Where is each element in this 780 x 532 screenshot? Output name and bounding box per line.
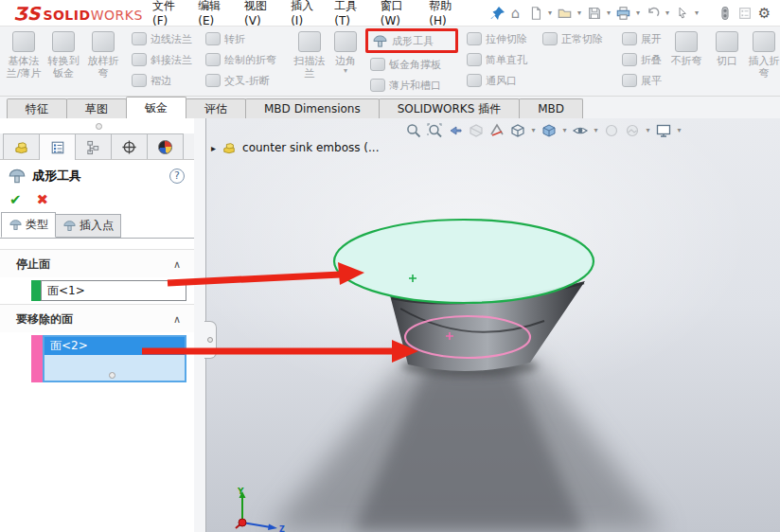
view-settings-dropdown[interactable]: ▾ (674, 126, 684, 134)
ribbon-button-jog[interactable]: 转折 (203, 28, 290, 49)
view-orientation-button[interactable] (507, 120, 528, 140)
ribbon-button-forming-tool[interactable]: 成形工具 (370, 31, 435, 50)
menu-insert[interactable]: 插入(I) (280, 0, 324, 27)
menu-edit[interactable]: 编辑(E) (187, 0, 234, 27)
property-manager-tab[interactable] (39, 133, 76, 160)
tab-mbd[interactable]: MBD (519, 98, 583, 118)
ribbon-button-fold[interactable]: 折叠 (619, 49, 668, 70)
collapse-chevron-icon[interactable]: ∧ (173, 313, 181, 326)
edit-appearance-button[interactable] (601, 120, 622, 140)
ribbon-button-no-bends[interactable]: 不折弯 (668, 28, 704, 91)
ok-button[interactable]: ✔ (9, 191, 22, 208)
forming-tool-icon (372, 34, 388, 48)
annotation-views-button[interactable] (487, 120, 507, 140)
selected-face-row[interactable]: 面<2> (44, 337, 185, 355)
tab-sheet-metal[interactable]: 钣金 (126, 97, 186, 118)
ribbon-button-insert-bends[interactable]: 插入折弯 (744, 28, 780, 80)
settings-button[interactable]: ⚙ (754, 3, 774, 24)
ribbon-button-rip[interactable]: 切口 (710, 28, 744, 80)
zoom-area-button[interactable] (424, 120, 445, 140)
hide-show-items-button[interactable] (570, 120, 591, 140)
menu-view[interactable]: 视图(V) (234, 0, 280, 27)
ribbon-button-simple-hole[interactable]: 简单直孔 (464, 49, 540, 70)
faces-to-remove-header[interactable]: 要移除的面 ∧ (0, 304, 194, 332)
ribbon-button-convert-to-sheet-metal[interactable]: 转换到钣金 (44, 28, 83, 80)
hide-show-items-dropdown[interactable]: ▾ (591, 126, 601, 134)
ribbon-button-swept-flange[interactable]: 扫描法兰 (290, 28, 329, 91)
panel-collapse-handle[interactable] (204, 321, 217, 359)
tab-features[interactable]: 特征 (7, 98, 67, 118)
options-list-button[interactable] (735, 3, 754, 24)
ribbon-button-sketched-bend[interactable]: 绘制的折弯 (203, 49, 290, 70)
new-document-dropdown[interactable]: ▾ (545, 9, 555, 17)
ribbon-button-tab-and-slot[interactable]: 薄片和槽口 (367, 75, 458, 96)
view-orientation-dropdown[interactable]: ▾ (528, 126, 539, 134)
ribbon-button-extruded-cut[interactable]: 拉伸切除 (464, 28, 540, 49)
ribbon-button-cross-break[interactable]: 交叉-折断 (203, 70, 290, 91)
dimxpert-manager-tab[interactable] (111, 133, 148, 159)
section-view-button[interactable] (466, 120, 487, 140)
ribbon-button-normal-cut[interactable]: 正常切除 (540, 28, 613, 49)
feature-manager-tab[interactable] (3, 133, 40, 159)
display-style-button[interactable] (539, 120, 559, 140)
ribbon-button-corner[interactable]: 边角▾ (329, 28, 362, 91)
tree-expand-icon[interactable]: ▸ (211, 143, 216, 153)
menu-tools[interactable]: 工具(T) (324, 0, 370, 27)
stop-face-header[interactable]: 停止面 ∧ (0, 249, 194, 277)
open-button[interactable] (555, 3, 575, 24)
menu-window[interactable]: 窗口(W) (370, 0, 419, 27)
view-settings-button[interactable] (653, 120, 674, 140)
save-icon (587, 6, 602, 21)
ribbon-button-edge-flange[interactable]: 边线法兰 (129, 28, 203, 49)
tab-mbd-dimensions[interactable]: MBD Dimensions (245, 98, 380, 118)
insert-bends-icon (753, 31, 775, 52)
ribbon-button-unfold[interactable]: 展开 (619, 28, 668, 49)
undo-button[interactable] (643, 3, 663, 24)
tree-item-label[interactable]: counter sink emboss (... (242, 141, 379, 154)
apply-scene-dropdown[interactable]: ▾ (643, 126, 653, 134)
apply-scene-button[interactable] (622, 120, 643, 140)
tab-solidworks-addins[interactable]: SOLIDWORKS 插件 (379, 98, 520, 118)
subtab-type[interactable]: 类型 (1, 212, 56, 238)
pin-menu-button[interactable] (490, 3, 505, 24)
subtab-insertion-point[interactable]: 插入点 (55, 214, 121, 238)
stop-face-selected[interactable] (334, 220, 594, 303)
home-button[interactable]: ⌂ (505, 3, 525, 24)
ribbon-button-vent[interactable]: 通风口 (464, 70, 540, 91)
display-style-dropdown[interactable]: ▾ (559, 126, 570, 134)
display-manager-tab[interactable] (147, 133, 184, 159)
ribbon-group-rip: 切口 插入折弯 (710, 28, 780, 80)
ribbon-button-hem[interactable]: 褶边 (129, 70, 203, 91)
undo-dropdown[interactable]: ▾ (663, 9, 672, 17)
open-dropdown[interactable]: ▾ (575, 9, 584, 17)
configuration-manager-tab[interactable] (75, 133, 112, 159)
collapse-chevron-icon[interactable]: ∧ (173, 258, 181, 271)
stop-face-selection-box[interactable]: 面<1> (41, 280, 186, 301)
print-button[interactable] (613, 3, 633, 24)
touch-mode-button[interactable] (715, 3, 735, 24)
ribbon-button-flatten[interactable]: 展平 (619, 70, 668, 91)
select-button[interactable] (672, 3, 692, 24)
stop-face-section: 停止面 ∧ 面<1> (0, 249, 194, 301)
new-document-button[interactable] (525, 3, 545, 24)
save-button[interactable] (584, 3, 604, 24)
corner-dropdown[interactable]: ▾ (344, 67, 347, 75)
previous-view-button[interactable] (445, 120, 466, 140)
panel-resize-grip[interactable] (96, 123, 102, 130)
ribbon-button-sheet-metal-gusset[interactable]: 钣金角撑板 (367, 54, 458, 75)
select-dropdown[interactable]: ▾ (692, 9, 701, 17)
list-resize-grip[interactable] (109, 372, 115, 379)
help-icon[interactable]: ? (169, 168, 185, 184)
save-dropdown[interactable]: ▾ (604, 9, 613, 17)
tab-sketch[interactable]: 草图 (66, 98, 127, 118)
print-dropdown[interactable]: ▾ (633, 9, 643, 17)
ribbon-button-base-flange[interactable]: 基体法兰/薄片 (4, 28, 44, 80)
cancel-button[interactable]: ✖ (37, 191, 49, 208)
tab-evaluate[interactable]: 评估 (186, 98, 246, 118)
menu-file[interactable]: 文件(F) (142, 0, 187, 27)
menu-help[interactable]: 帮助(H) (418, 0, 466, 27)
ribbon-button-lofted-bend[interactable]: 放样折弯 (83, 28, 123, 80)
graphics-viewport[interactable]: ▾ ▾ ▾ ▾ ▾ ▸ counter sink emboss (... Y Z (206, 118, 780, 532)
zoom-fit-button[interactable] (403, 120, 424, 140)
ribbon-button-miter-flange[interactable]: 斜接法兰 (129, 49, 203, 70)
